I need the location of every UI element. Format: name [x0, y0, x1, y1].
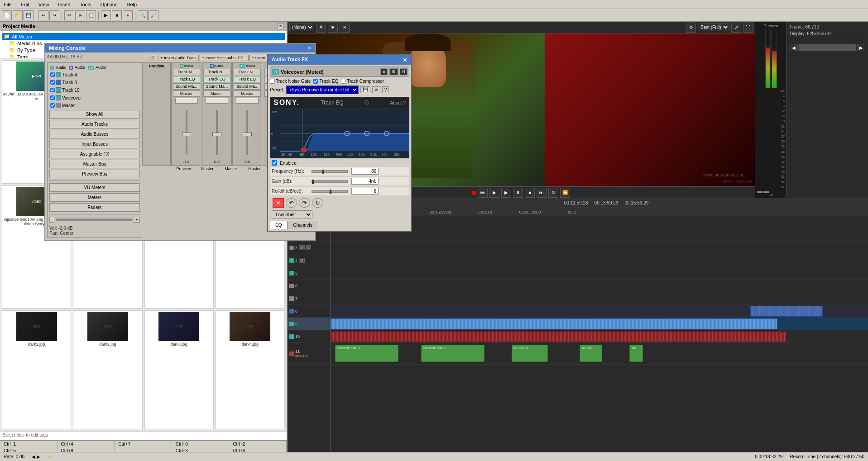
strip-10-fader-track[interactable] — [246, 110, 248, 155]
eq-selected-point[interactable] — [302, 147, 307, 152]
mc-track-check-10[interactable] — [50, 88, 55, 92]
rolloff-slider-handle[interactable] — [330, 190, 331, 194]
preview-btn-1[interactable]: A — [316, 23, 326, 33]
noise-gate-check[interactable] — [270, 79, 275, 84]
mc-track-check-master[interactable] — [50, 103, 55, 108]
strip-8-eq-btn[interactable]: Track EQ — [203, 76, 230, 82]
gain-slider[interactable] — [312, 180, 348, 183]
strip-10-name-btn[interactable]: Track N... — [234, 69, 261, 75]
vu-meters-btn[interactable]: VU Meters — [49, 183, 140, 192]
record-take-2[interactable]: Record Take 1 — [421, 345, 484, 362]
preview-btn-2[interactable]: ✱ — [328, 23, 338, 33]
loop-btn[interactable]: ↻ — [548, 188, 558, 198]
filter-type-select[interactable]: Low Shelf — [272, 210, 312, 219]
project-media-menu-btn[interactable]: ≡ — [277, 23, 284, 29]
audio-busses-btn[interactable]: Audio Busses — [49, 130, 140, 138]
preview-quality-select[interactable]: Best (Full) — [698, 24, 729, 31]
media-item-10[interactable]: IMG dark3.jpg — [144, 310, 214, 429]
audio-clip-10[interactable] — [331, 331, 786, 342]
scroll-track[interactable] — [799, 44, 856, 51]
prev-frame-btn[interactable]: ⏮ — [478, 188, 488, 198]
play-btn-preview[interactable]: ▶ — [501, 188, 511, 198]
strip-10-dest-btn[interactable]: Master — [234, 90, 261, 97]
scroll-left-btn[interactable]: ◀ — [790, 44, 798, 51]
record-take-1[interactable]: Record Take 1 — [335, 345, 398, 362]
media-item-11[interactable]: IMG dark4.jpg — [216, 310, 285, 429]
preset-delete-btn[interactable]: ✕ — [372, 86, 380, 93]
strip-4-eq-btn[interactable]: Track EQ — [173, 76, 200, 82]
solo-btn-3[interactable]: S — [306, 245, 311, 250]
preset-save-btn[interactable]: 💾 — [360, 86, 370, 93]
mc-track-check-8[interactable] — [50, 80, 55, 85]
zoom-out-mc-btn[interactable]: - — [49, 217, 54, 223]
mc-track-check-vo[interactable] — [50, 95, 55, 100]
next-frame-btn[interactable]: ⏭ — [537, 188, 547, 198]
play-btn[interactable]: ▶ — [101, 10, 111, 20]
audio-clip-8[interactable] — [750, 306, 823, 317]
audio-fx-close-btn[interactable]: ✕ — [403, 57, 408, 63]
copy-btn[interactable]: ⎘ — [75, 10, 85, 20]
menu-view[interactable]: View — [37, 2, 51, 7]
record-take-4[interactable]: Recor — [580, 345, 602, 362]
audio-clip-9a[interactable] — [331, 318, 777, 329]
tree-all-media[interactable]: 📁 All Media — [2, 33, 285, 40]
input-busses-btn[interactable]: Input Busses — [49, 140, 140, 148]
shortcut-1[interactable]: Ctrl+1 — [0, 441, 58, 447]
stop-btn-preview[interactable]: ■ — [525, 188, 535, 198]
media-item-9[interactable]: IMG dark2.jpg — [73, 310, 142, 429]
mixing-console-title[interactable]: Mixing Console ✕ — [45, 44, 315, 52]
strip-4-name-btn[interactable]: Track N... — [173, 69, 200, 75]
fx-track-btn-2[interactable]: ⚙ — [389, 68, 398, 75]
filter-prev-btn[interactable]: ↶ — [286, 198, 297, 208]
preview-full-btn[interactable]: ⛶ — [743, 23, 753, 33]
menu-insert[interactable]: Insert — [56, 2, 72, 7]
mixing-console-close-btn[interactable]: ✕ — [307, 45, 312, 51]
pause-btn[interactable]: ⏸ — [513, 188, 523, 198]
fast-forward-btn[interactable]: ⏩ — [560, 188, 570, 198]
mute-btn-3[interactable]: M — [299, 245, 305, 250]
rolloff-slider[interactable] — [312, 190, 348, 193]
strip-10-touch[interactable]: Touch — [236, 98, 259, 104]
audio-fx-title[interactable]: Audio Track FX ✕ — [268, 55, 411, 65]
shortcut-4[interactable]: Ctrl+4 — [58, 441, 115, 447]
freq-slider[interactable] — [312, 170, 348, 173]
stop-btn[interactable]: ■ — [112, 10, 122, 20]
faders-btn[interactable]: Faders — [49, 203, 140, 212]
preview-settings-btn[interactable]: ⚙ — [686, 23, 696, 33]
audio-tracks-btn[interactable]: Audio Tracks — [49, 120, 140, 128]
preview-close-btn[interactable]: ✕ — [340, 23, 350, 33]
menu-help[interactable]: Help — [125, 2, 139, 7]
shortcut-7[interactable]: Ctrl+7 — [115, 441, 172, 447]
menu-tools[interactable]: Tools — [78, 2, 93, 7]
preset-select[interactable]: (Sys) Remove low rumble below 80 Hz — [286, 86, 359, 94]
record-btn[interactable]: ● — [123, 10, 133, 20]
track-eq-check[interactable] — [313, 79, 318, 84]
redo-btn[interactable]: ↪ — [49, 10, 59, 20]
freq-slider-handle[interactable] — [322, 170, 324, 174]
zoom-slider[interactable] — [56, 219, 132, 221]
strip-10-sound-btn[interactable]: Sound Ma... — [234, 83, 261, 90]
media-item-8[interactable]: IMG dark1.jpg — [2, 310, 71, 429]
strip-10-eq-btn[interactable]: Track EQ — [234, 76, 261, 82]
menu-edit[interactable]: Edit — [19, 2, 31, 7]
strip-4-touch[interactable]: Touch — [175, 98, 198, 104]
play-from-start-btn[interactable]: ▶ — [489, 188, 499, 198]
preset-help-btn[interactable]: ? — [382, 86, 389, 93]
preview-ext-btn[interactable]: ⤢ — [731, 23, 741, 33]
meters-btn[interactable]: Meters — [49, 193, 140, 202]
strip-8-fader-track[interactable] — [216, 110, 218, 155]
strip-8-name-btn[interactable]: Track N... — [203, 69, 230, 75]
strip-8-fader-handle[interactable] — [212, 133, 221, 136]
preview-none-select[interactable]: (None) — [289, 24, 314, 31]
scroll-right-btn[interactable]: ▶ — [857, 44, 865, 51]
compressor-check[interactable] — [341, 79, 346, 84]
timeline-content[interactable]: Record Take 1 Record Take 1 Record T Rec… — [331, 216, 868, 461]
nav-arrows[interactable]: ◀ ▶ — [32, 454, 40, 459]
gain-slider-handle[interactable] — [312, 180, 314, 184]
preview-bus-btn[interactable]: Preview Bus — [49, 170, 140, 178]
save-btn[interactable]: 💾 — [24, 10, 34, 20]
zoom-in-mc-btn[interactable]: + — [134, 217, 140, 223]
record-take-5[interactable]: Rx — [629, 345, 643, 362]
menu-file[interactable]: File — [2, 2, 14, 7]
assignable-fx-btn[interactable]: Assignable FX — [49, 150, 140, 158]
